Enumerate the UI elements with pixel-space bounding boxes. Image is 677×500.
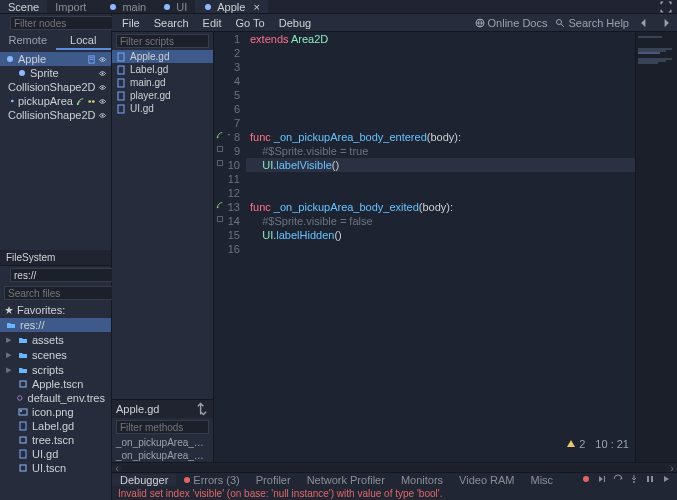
tree-node[interactable]: CollisionShape2D [0, 80, 111, 94]
code-line[interactable]: 7 [214, 116, 635, 130]
code-line[interactable]: 16 [214, 242, 635, 256]
fs-item[interactable]: Label.gd [0, 419, 111, 433]
warnings-badge[interactable]: 2 [566, 438, 585, 450]
script-item[interactable]: Apple.gd [112, 50, 213, 63]
fs-item[interactable]: ▸scripts [0, 362, 111, 377]
nav-back-icon[interactable] [637, 16, 651, 30]
record-icon[interactable] [581, 474, 591, 486]
code-line[interactable]: 5 [214, 88, 635, 102]
dock-tab-scene[interactable]: Scene [0, 0, 47, 13]
fs-item[interactable]: UI.tscn [0, 461, 111, 475]
code-line[interactable]: 4 [214, 74, 635, 88]
fs-root[interactable]: res:// [0, 318, 111, 332]
tab-debugger[interactable]: Debugger [112, 474, 176, 486]
tab-monitors[interactable]: Monitors [393, 474, 451, 486]
code-line[interactable]: 12 [214, 186, 635, 200]
step-over-icon[interactable] [613, 474, 623, 486]
menu-edit[interactable]: Edit [197, 17, 228, 29]
close-icon: × [253, 1, 259, 13]
fs-item[interactable]: tree.tscn [0, 433, 111, 447]
tab-vram[interactable]: Video RAM [451, 474, 522, 486]
fs-item[interactable]: Apple.tscn [0, 377, 111, 391]
menu-debug[interactable]: Debug [273, 17, 317, 29]
minimap[interactable] [635, 32, 677, 462]
distraction-free-icon[interactable] [659, 0, 673, 14]
code-line[interactable]: 1extends Area2D [214, 32, 635, 46]
tab-errors[interactable]: Errors (3) [176, 474, 247, 486]
svg-point-8 [102, 58, 104, 60]
error-message: Invalid set index 'visible' (on base: 'n… [112, 487, 677, 500]
code-line[interactable]: 10 UI.labelVisible() [214, 158, 635, 172]
code-line[interactable]: 14 #$Sprite.visible = false [214, 214, 635, 228]
script-item[interactable]: Label.gd [112, 63, 213, 76]
code-line[interactable]: 2 [214, 46, 635, 60]
nav-fwd-icon[interactable] [659, 16, 673, 30]
script-item[interactable]: UI.gd [112, 102, 213, 115]
svg-rect-45 [218, 217, 223, 222]
hscrollbar[interactable]: ‹ › [112, 462, 677, 472]
bottom-panel: Debugger Errors (3) Profiler Network Pro… [112, 472, 677, 500]
tree-node[interactable]: Sprite [0, 66, 111, 80]
code-line[interactable]: 11 [214, 172, 635, 186]
search-help-link[interactable]: Search Help [555, 17, 629, 29]
method-item[interactable]: _on_pickupArea_body_entered [112, 436, 213, 449]
fs-item[interactable]: default_env.tres [0, 391, 111, 405]
online-docs-link[interactable]: Online Docs [475, 17, 548, 29]
svg-point-44 [217, 207, 219, 209]
code-line[interactable]: 13func _on_pickupArea_body_exited(body): [214, 200, 635, 214]
svg-point-13 [11, 100, 14, 103]
script-item[interactable]: player.gd [112, 89, 213, 102]
tab-misc[interactable]: Misc [523, 474, 562, 486]
svg-rect-30 [20, 422, 26, 430]
method-item[interactable]: _on_pickupArea_body_exited [112, 449, 213, 462]
node-label: Apple [18, 53, 46, 65]
fs-item[interactable]: UI.gd [0, 447, 111, 461]
fs-item[interactable]: ▸assets [0, 332, 111, 347]
method-list: _on_pickupArea_body_entered_on_pickupAre… [112, 436, 213, 462]
scene-tab[interactable]: UI [154, 0, 195, 13]
svg-rect-39 [118, 92, 124, 100]
svg-point-0 [110, 4, 116, 10]
code-line[interactable]: 3 [214, 60, 635, 74]
step-into-icon[interactable] [629, 474, 639, 486]
scene-tab[interactable]: Apple × [195, 0, 268, 13]
tree-node[interactable]: pickupArea [0, 94, 111, 108]
filter-scripts-input[interactable] [116, 34, 209, 48]
code-line[interactable]: 6 [214, 102, 635, 116]
script-menu-bar: File Search Edit Go To Debug Online Docs… [112, 14, 677, 32]
menu-goto[interactable]: Go To [230, 17, 271, 29]
code-editor[interactable]: 1extends Area2D2345678func _on_pickupAre… [214, 32, 635, 462]
svg-point-15 [88, 100, 91, 103]
filesystem-tab[interactable]: FileSystem [0, 250, 111, 266]
fs-item[interactable]: ▸scenes [0, 347, 111, 362]
continue-icon[interactable] [661, 474, 671, 486]
pause-icon[interactable] [645, 474, 655, 486]
filter-methods-input[interactable] [116, 420, 209, 434]
script-list: Apple.gdLabel.gdmain.gdplayer.gdUI.gd [112, 50, 213, 115]
svg-point-1 [164, 4, 170, 10]
tab-profiler[interactable]: Profiler [248, 474, 299, 486]
svg-rect-49 [651, 476, 653, 482]
scene-tab[interactable]: main [100, 0, 154, 13]
svg-point-29 [20, 410, 22, 412]
node-label: Sprite [30, 67, 59, 79]
local-tab[interactable]: Local [56, 32, 112, 50]
dock-tab-import[interactable]: Import [47, 0, 94, 13]
tree-node[interactable]: CollisionShape2D [0, 108, 111, 122]
code-line[interactable]: 9 #$Sprite.visible = true [214, 144, 635, 158]
code-line[interactable]: 15 UI.labelHidden() [214, 228, 635, 242]
code-line[interactable]: 8func _on_pickupArea_body_entered(body): [214, 130, 635, 144]
svg-point-14 [77, 103, 79, 105]
sort-icon[interactable] [195, 402, 209, 416]
tree-node[interactable]: Apple [0, 52, 111, 66]
script-item[interactable]: main.gd [112, 76, 213, 89]
svg-rect-40 [118, 105, 124, 113]
svg-rect-43 [218, 161, 223, 166]
node-label: CollisionShape2D [8, 81, 95, 93]
skip-break-icon[interactable] [597, 474, 607, 486]
menu-file[interactable]: File [116, 17, 146, 29]
menu-search[interactable]: Search [148, 17, 195, 29]
tab-network[interactable]: Network Profiler [299, 474, 393, 486]
fs-item[interactable]: icon.png [0, 405, 111, 419]
remote-tab[interactable]: Remote [0, 32, 56, 50]
